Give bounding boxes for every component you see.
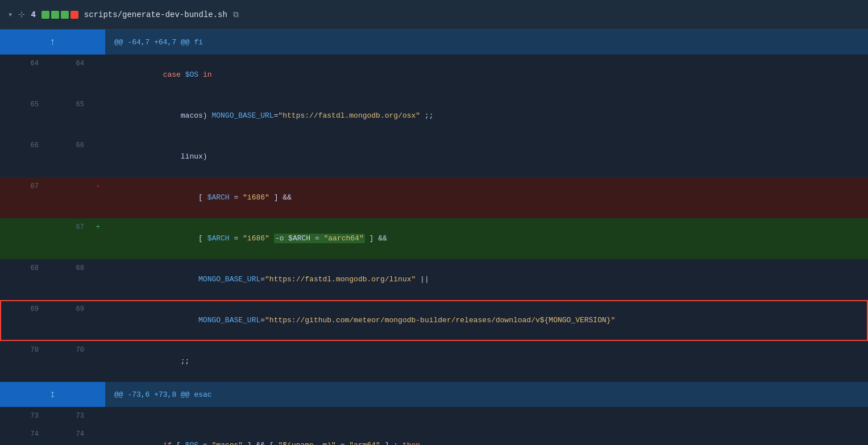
hunk-expand-mid-btn[interactable]: ↕ bbox=[0, 382, 105, 407]
line-num-new: 74 bbox=[45, 425, 91, 445]
line-num-old: 65 bbox=[0, 95, 45, 136]
line-numbers: 67 + bbox=[0, 218, 105, 259]
line-content: MONGO_BASE_URL="https://fastdl.mongodb.o… bbox=[105, 259, 868, 300]
line-content: case $OS in bbox=[105, 55, 868, 95]
line-sign bbox=[91, 259, 105, 300]
line-num-old: 64 bbox=[0, 55, 45, 95]
line-num-new: 73 bbox=[45, 407, 91, 425]
line-num-new: 68 bbox=[45, 259, 91, 300]
line-sign: - bbox=[91, 177, 105, 218]
line-num-new: 65 bbox=[45, 95, 91, 136]
hunk-label-1: @@ -64,7 +64,7 @@ fi bbox=[105, 38, 203, 47]
diff-line: 74 74 if [ $OS = "macos" ] && [ "$(uname… bbox=[0, 425, 868, 445]
line-num-new: 66 bbox=[45, 136, 91, 177]
line-sign bbox=[91, 95, 105, 136]
line-numbers: 64 64 bbox=[0, 55, 105, 95]
hunk-header-1: ↑ @@ -64,7 +64,7 @@ fi bbox=[0, 30, 868, 55]
drag-icon: ⊹ bbox=[18, 10, 25, 19]
line-content: if [ $OS = "macos" ] && [ "$(uname -m)" … bbox=[105, 425, 868, 445]
line-content bbox=[105, 407, 868, 425]
chevron-icon[interactable]: ▾ bbox=[8, 10, 13, 19]
diff-line-added: 67 + [ $ARCH = "i686" -o $ARCH = "aarch6… bbox=[0, 218, 868, 259]
diff-line-highlighted: 69 69 MONGO_BASE_URL="https://github.com… bbox=[0, 300, 868, 341]
file-name: scripts/generate-dev-bundle.sh bbox=[84, 10, 227, 19]
line-numbers: 66 66 bbox=[0, 136, 105, 177]
line-numbers: 67 - bbox=[0, 177, 105, 218]
line-sign bbox=[91, 300, 105, 341]
diff-line: 73 73 bbox=[0, 407, 868, 425]
line-content: MONGO_BASE_URL="https://github.com/meteo… bbox=[105, 300, 868, 341]
line-sign bbox=[91, 341, 105, 382]
hunk-header-2: ↕ @@ -73,6 +73,8 @@ esac bbox=[0, 382, 868, 407]
line-numbers: 74 74 bbox=[0, 425, 105, 445]
status-dots bbox=[41, 11, 78, 19]
diff-body: ↑ @@ -64,7 +64,7 @@ fi 64 64 case $OS in… bbox=[0, 30, 868, 445]
status-dot-2 bbox=[51, 11, 59, 19]
line-numbers: 70 70 bbox=[0, 341, 105, 382]
line-num-new: 67 bbox=[45, 218, 91, 259]
line-num-new: 64 bbox=[45, 55, 91, 95]
line-num-old: 74 bbox=[0, 425, 45, 445]
line-content: macos) MONGO_BASE_URL="https://fastdl.mo… bbox=[105, 95, 868, 136]
file-header: ▾ ⊹ 4 scripts/generate-dev-bundle.sh ⧉ bbox=[0, 0, 868, 30]
line-content: linux) bbox=[105, 136, 868, 177]
line-num-old: 66 bbox=[0, 136, 45, 177]
status-dot-1 bbox=[41, 11, 49, 19]
line-num-new bbox=[45, 177, 91, 218]
line-num-old: 68 bbox=[0, 259, 45, 300]
line-num-new: 69 bbox=[45, 300, 91, 341]
line-numbers: 73 73 bbox=[0, 407, 105, 425]
line-content: [ $ARCH = "i686" ] && bbox=[105, 177, 868, 218]
diff-line: 70 70 ;; bbox=[0, 341, 868, 382]
hunk-expand-up-btn[interactable]: ↑ bbox=[0, 30, 105, 55]
expand-up-icon: ↑ bbox=[49, 36, 56, 48]
line-numbers: 69 69 bbox=[0, 300, 105, 341]
line-num-old: 69 bbox=[0, 300, 45, 341]
line-sign bbox=[91, 136, 105, 177]
line-num-old bbox=[0, 218, 45, 259]
line-sign bbox=[91, 407, 105, 425]
status-dot-4 bbox=[70, 11, 78, 19]
line-sign bbox=[91, 55, 105, 95]
line-sign: + bbox=[91, 218, 105, 259]
line-num-old: 73 bbox=[0, 407, 45, 425]
diff-line-deleted: 67 - [ $ARCH = "i686" ] && bbox=[0, 177, 868, 218]
diff-container: ▾ ⊹ 4 scripts/generate-dev-bundle.sh ⧉ ↑… bbox=[0, 0, 868, 445]
line-num-new: 70 bbox=[45, 341, 91, 382]
diff-line: 66 66 linux) bbox=[0, 136, 868, 177]
diff-line: 65 65 macos) MONGO_BASE_URL="https://fas… bbox=[0, 95, 868, 136]
commit-number: 4 bbox=[31, 10, 35, 19]
diff-line: 68 68 MONGO_BASE_URL="https://fastdl.mon… bbox=[0, 259, 868, 300]
expand-mid-icon: ↕ bbox=[49, 389, 56, 400]
line-numbers: 65 65 bbox=[0, 95, 105, 136]
line-numbers: 68 68 bbox=[0, 259, 105, 300]
line-num-old: 67 bbox=[0, 177, 45, 218]
line-num-old: 70 bbox=[0, 341, 45, 382]
diff-line: 64 64 case $OS in bbox=[0, 55, 868, 95]
line-sign bbox=[91, 425, 105, 445]
status-dot-3 bbox=[61, 11, 69, 19]
line-content: ;; bbox=[105, 341, 868, 382]
hunk-label-2: @@ -73,6 +73,8 @@ esac bbox=[105, 390, 212, 399]
copy-icon[interactable]: ⧉ bbox=[233, 10, 239, 19]
line-content: [ $ARCH = "i686" -o $ARCH = "aarch64" ] … bbox=[105, 218, 868, 259]
